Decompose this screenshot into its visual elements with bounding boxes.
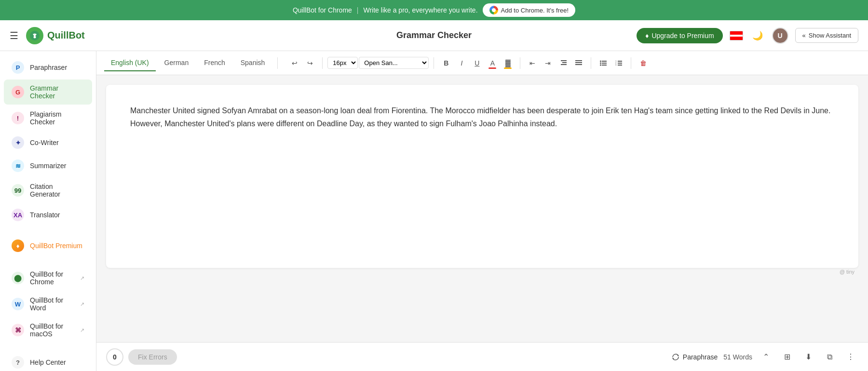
copy-button[interactable]: ⧉ (822, 349, 837, 365)
upgrade-button[interactable]: ♦ Upgrade to Premium (637, 28, 722, 43)
highlight-color-button[interactable]: ▓ (501, 56, 515, 70)
svg-rect-3 (562, 62, 567, 63)
redo-button[interactable]: ↪ (303, 56, 317, 70)
banner-tagline: Write like a pro, everywhere you write. (364, 6, 478, 14)
add-chrome-label: Add to Chrome. It's free! (501, 7, 569, 14)
words-label: Words (733, 353, 752, 361)
error-count-badge: 0 (106, 348, 123, 366)
svg-point-1 (34, 36, 36, 38)
word-count-number: 51 (723, 353, 731, 361)
hamburger-icon[interactable]: ☰ (10, 30, 18, 41)
fix-errors-button[interactable]: Fix Errors (128, 349, 177, 365)
sidebar-item-citation-generator[interactable]: 99 Citation Generator (4, 178, 92, 203)
sidebar: P Paraphraser G Grammar Checker ! Plagia… (0, 51, 96, 371)
word-ext-icon: W (12, 298, 24, 310)
paraphrase-label: Paraphrase (683, 353, 718, 361)
sidebar-item-premium[interactable]: ♦ QuillBot Premium (4, 235, 92, 257)
font-size-select[interactable]: 16px 12px 14px 18px 20px 24px (327, 57, 358, 69)
svg-text:3.: 3. (615, 64, 617, 66)
logo-text: QuillBot (47, 30, 85, 41)
error-count: 0 (113, 353, 117, 361)
sidebar-item-chrome[interactable]: ⬤ QuillBot for Chrome ↗ (4, 265, 92, 291)
sidebar-item-plagiarism-checker[interactable]: ! Plagiarism Checker (4, 106, 92, 131)
sidebar-item-label: Paraphraser (30, 64, 67, 71)
tab-label: German (164, 59, 189, 66)
tab-english-uk[interactable]: English (UK) (104, 55, 156, 71)
editor-card[interactable]: Manchester United signed Sofyan Amrabat … (106, 85, 858, 268)
toolbar-separator (434, 57, 434, 69)
svg-rect-2 (561, 60, 567, 61)
svg-point-10 (600, 62, 601, 64)
align-left-button[interactable]: ⇤ (525, 56, 540, 70)
paraphrase-button[interactable]: Paraphrase (671, 353, 718, 361)
text-color-button[interactable]: A (485, 56, 500, 70)
bold-button[interactable]: B (439, 56, 453, 70)
tiny-label: tiny (846, 269, 854, 275)
tab-label: French (204, 59, 225, 66)
svg-rect-4 (561, 64, 567, 65)
download-button[interactable]: ⬇ (800, 349, 816, 365)
sidebar-item-word[interactable]: W QuillBot for Word ↗ (4, 292, 92, 317)
tab-french[interactable]: French (197, 55, 232, 71)
translator-icon: XA (12, 209, 24, 221)
font-family-select[interactable]: Open San... Arial Times New Roman Georgi… (359, 57, 429, 69)
add-chrome-button[interactable]: Add to Chrome. It's free! (483, 3, 576, 17)
svg-rect-7 (575, 64, 582, 65)
banner-text: QuillBot for Chrome (293, 6, 352, 14)
editor-area: Manchester United signed Sofyan Amrabat … (96, 75, 868, 342)
header-left: ☰ QuillBot (10, 27, 85, 44)
underline-button[interactable]: U (470, 56, 484, 70)
sidebar-item-grammar-checker[interactable]: G Grammar Checker (4, 80, 92, 105)
italic-button[interactable]: I (454, 56, 469, 70)
logo[interactable]: QuillBot (26, 27, 85, 44)
expand-button[interactable]: ⌃ (758, 349, 773, 365)
delete-button[interactable]: 🗑 (636, 56, 651, 70)
premium-icon: ♦ (12, 239, 24, 252)
dark-mode-toggle[interactable]: 🌙 (750, 28, 765, 43)
svg-rect-5 (575, 60, 582, 61)
paraphrase-icon (671, 353, 680, 361)
sidebar-item-label: Translator (30, 211, 60, 219)
tab-label: Spanish (241, 59, 265, 66)
highlight-indicator (504, 67, 512, 69)
sidebar-item-co-writer[interactable]: ✦ Co-Writer (4, 132, 92, 154)
align-right-button[interactable] (556, 56, 570, 70)
sidebar-item-label: Help Center (30, 358, 66, 366)
undo-button[interactable]: ↩ (287, 56, 302, 70)
bottom-bar: 0 Fix Errors Paraphrase 51 Word (96, 342, 868, 371)
toolbar-separator (631, 57, 631, 69)
unordered-list-button[interactable] (596, 56, 610, 70)
sidebar-item-help-center[interactable]: ? Help Center (4, 351, 92, 371)
avatar[interactable]: U (772, 27, 788, 44)
align-justify-button[interactable] (571, 56, 586, 70)
grid-view-button[interactable]: ⊞ (779, 349, 795, 365)
ordered-list-button[interactable]: 1.2.3. (611, 56, 626, 70)
align-center-button[interactable]: ⇥ (541, 56, 555, 70)
toolbar-separator (322, 57, 323, 69)
sidebar-item-macos[interactable]: ⌘ QuillBot for macOS ↗ (4, 318, 92, 343)
logo-image (26, 27, 43, 44)
tab-german[interactable]: German (158, 55, 196, 71)
chevrons-left-icon: « (802, 32, 806, 39)
sidebar-item-summarizer[interactable]: ≋ Summarizer (4, 155, 92, 177)
external-link-icon: ↗ (80, 327, 84, 333)
color-indicator (488, 67, 496, 69)
svg-rect-15 (618, 61, 622, 62)
sidebar-item-label: QuillBot for macOS (30, 322, 74, 338)
word-count-display: 51 Words (723, 353, 752, 361)
main-content: English (UK) German French Spanish ↩ ↪ 1… (96, 51, 868, 371)
svg-point-12 (600, 64, 601, 66)
more-options-button[interactable]: ⋮ (843, 349, 858, 365)
tab-spanish[interactable]: Spanish (234, 55, 272, 71)
sidebar-item-label: QuillBot for Chrome (30, 270, 74, 286)
flag-icon[interactable] (730, 31, 743, 40)
paraphraser-icon: P (12, 61, 24, 74)
toolbar-separator (591, 57, 591, 69)
show-assistant-label: Show Assistant (809, 32, 851, 39)
svg-rect-13 (602, 65, 607, 66)
show-assistant-button[interactable]: « Show Assistant (795, 28, 858, 43)
page-title: Grammar Checker (396, 30, 472, 40)
sidebar-item-paraphraser[interactable]: P Paraphraser (4, 56, 92, 79)
sidebar-item-translator[interactable]: XA Translator (4, 204, 92, 226)
macos-ext-icon: ⌘ (12, 324, 24, 336)
